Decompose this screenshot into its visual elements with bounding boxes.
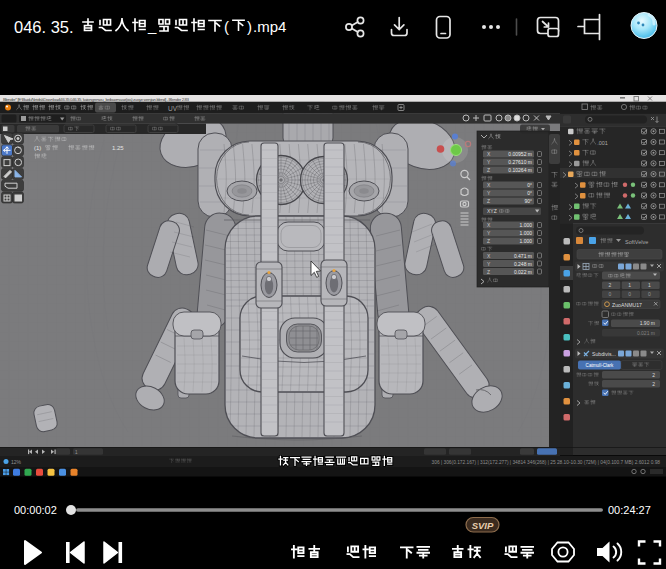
svg-text:SoftVelve: SoftVelve <box>625 239 648 245</box>
svg-text:Catmull-Clark: Catmull-Clark <box>586 363 615 368</box>
svg-text:0.00952 m: 0.00952 m <box>508 151 532 157</box>
svg-text:0°: 0° <box>527 182 532 188</box>
svg-text:1.25: 1.25 <box>112 145 124 151</box>
svg-text:ZuoANMU17: ZuoANMU17 <box>612 302 642 308</box>
svg-text:Z: Z <box>487 167 490 173</box>
svg-text:1.000: 1.000 <box>519 222 532 228</box>
svg-text:00:24:27: 00:24:27 <box>608 504 651 516</box>
svg-text:1: 1 <box>75 450 78 455</box>
svg-text:(: ( <box>224 18 229 35</box>
svg-text:0.10264 m: 0.10264 m <box>508 167 532 173</box>
svg-text:0: 0 <box>628 291 631 297</box>
svg-text:2: 2 <box>652 372 655 378</box>
svg-text:0.471 m: 0.471 m <box>514 253 532 259</box>
svg-text:XYZ: XYZ <box>487 208 497 214</box>
svg-text:): ) <box>247 18 252 35</box>
svg-text:SVIP: SVIP <box>472 520 494 531</box>
svg-text:UV: UV <box>168 105 178 112</box>
svg-text:Subdivis...: Subdivis... <box>592 351 616 357</box>
svg-text:00:00:02: 00:00:02 <box>14 504 57 516</box>
svg-text:1.000: 1.000 <box>519 238 532 244</box>
svg-text:0.27610 m: 0.27610 m <box>508 159 532 165</box>
svg-text:046. 35.: 046. 35. <box>14 18 74 36</box>
svg-text:.001: .001 <box>597 140 608 146</box>
svg-text:1.90 m: 1.90 m <box>640 320 655 326</box>
svg-text:1: 1 <box>648 282 651 288</box>
svg-text:_: _ <box>147 17 157 34</box>
svg-text:.mp4: .mp4 <box>253 18 286 35</box>
svg-text:Z: Z <box>487 238 490 244</box>
svg-text:12%: 12% <box>11 459 22 465</box>
svg-text:0°: 0° <box>527 190 532 196</box>
svg-text:0.021 m: 0.021 m <box>637 330 655 336</box>
svg-text:306 | 306(0.172.167) | 312(172: 306 | 306(0.172.167) | 312(172.277) | 34… <box>432 460 661 465</box>
svg-text:0.022 m: 0.022 m <box>514 269 532 275</box>
svg-text:1: 1 <box>628 282 631 288</box>
svg-text:(1): (1) <box>34 145 41 151</box>
svg-text:Z: Z <box>487 269 490 275</box>
svg-text:0: 0 <box>648 291 651 297</box>
svg-text:1.000: 1.000 <box>519 230 532 236</box>
svg-text:0: 0 <box>609 291 612 297</box>
svg-text:Blender* [E:\BaiduNetdiskDownl: Blender* [E:\BaiduNetdiskDownload\46.35 … <box>3 97 190 102</box>
svg-text:90°: 90° <box>524 198 532 204</box>
svg-text:2: 2 <box>609 282 612 288</box>
svg-text:0.248 m: 0.248 m <box>514 261 532 267</box>
svg-text:2: 2 <box>652 381 655 387</box>
svg-text:Z: Z <box>487 198 490 204</box>
